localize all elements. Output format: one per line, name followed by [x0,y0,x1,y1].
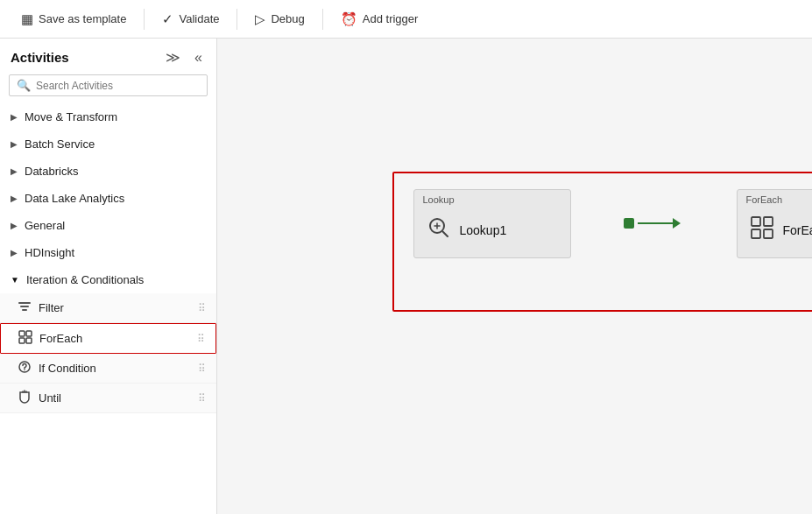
toolbar: ▦ Save as template ✓ Validate ▷ Debug ⏰ … [0,0,812,39]
add-trigger-label: Add trigger [363,12,419,25]
chevron-icon: ▶ [11,194,18,203]
debug-button[interactable]: ▷ Debug [244,6,314,32]
sidebar-item-label: Batch Service [25,137,95,151]
foreach-label: ForEach [39,332,82,345]
sidebar-item-label: HDInsight [25,246,74,259]
svg-point-8 [24,370,25,370]
svg-rect-10 [752,217,760,226]
chevron-down-icon: ▼ [11,275,19,285]
svg-rect-2 [22,309,27,311]
validate-icon: ✓ [162,11,173,27]
drag-handle: ⠿ [197,333,205,345]
nodes-container: Lookup Lookup1 [392,172,813,276]
foreach-node[interactable]: ForEach ForEach1 [737,189,813,258]
foreach-node-name: ForEach1 [783,223,813,237]
foreach-node-type: ForEach [738,190,813,207]
chevron-icon: ▶ [11,139,18,149]
sidebar-item-iteration[interactable]: ▼ Iteration & Conditionals [0,266,216,293]
sidebar: Activities ≫ « 🔍 ▶ Move & Transform ▶ Ba… [0,39,217,514]
sidebar-title: Activities [11,50,69,65]
svg-rect-1 [20,306,29,307]
until-icon [18,390,32,406]
add-trigger-icon: ⏰ [341,11,357,27]
foreach-node-body: ForEach1 [738,207,813,257]
lookup-node-body: Lookup1 [414,207,570,257]
sidebar-item-label: Move & Transform [25,110,117,123]
save-template-label: Save as template [39,12,126,25]
drag-handle: ⠿ [198,302,206,314]
sidebar-controls: ≫ « [162,47,206,67]
search-input[interactable] [36,80,200,92]
search-box: 🔍 [9,74,208,96]
svg-rect-11 [764,217,773,226]
pipeline-area: Lookup Lookup1 [392,172,813,276]
sidebar-item-label: Data Lake Analytics [25,192,124,205]
chevron-icon: ▶ [11,221,18,230]
search-icon: 🔍 [17,79,31,92]
svg-rect-12 [752,229,760,238]
svg-rect-4 [26,331,32,336]
drag-handle: ⠿ [198,392,206,405]
sidebar-item-batch-service[interactable]: ▶ Batch Service [0,130,216,158]
sidebar-subitem-until[interactable]: Until ⠿ [0,384,216,413]
validate-button[interactable]: ✓ Validate [152,6,229,32]
sidebar-item-hdinsight[interactable]: ▶ HDInsight [0,239,216,266]
svg-rect-13 [764,229,773,238]
main-layout: Activities ≫ « 🔍 ▶ Move & Transform ▶ Ba… [0,39,812,514]
lookup-node-icon [427,215,451,245]
ifcondition-label: If Condition [39,362,96,375]
debug-label: Debug [271,12,304,25]
sub-items-iteration: Filter ⠿ ForEach ⠿ [0,293,216,413]
until-label: Until [39,391,61,405]
arrow-line [638,222,673,224]
debug-icon: ▷ [255,11,265,27]
collapse-sidebar-button[interactable]: « [191,47,206,67]
validate-label: Validate [179,12,219,25]
ifcondition-icon [18,360,32,377]
lookup-node-type: Lookup [414,190,570,207]
sidebar-item-databricks[interactable]: ▶ Databricks [0,158,216,185]
chevron-icon: ▶ [11,112,18,122]
svg-rect-0 [18,302,31,304]
toolbar-separator-1 [144,9,145,30]
svg-rect-3 [19,331,25,336]
lookup-node-name: Lookup1 [460,223,507,237]
chevron-icon: ▶ [11,166,18,176]
node-connection [624,218,684,229]
filter-label: Filter [39,301,64,314]
toolbar-separator-2 [237,9,237,30]
toolbar-separator-3 [322,9,323,30]
sidebar-subitem-ifcondition[interactable]: If Condition ⠿ [0,354,216,384]
svg-rect-5 [19,338,25,343]
sidebar-item-label: Iteration & Conditionals [26,273,144,286]
conn-source-dot [624,218,634,229]
sidebar-subitem-filter[interactable]: Filter ⠿ [0,293,216,323]
save-template-button[interactable]: ▦ Save as template [11,6,137,32]
pipeline-canvas[interactable]: Lookup Lookup1 [217,39,812,514]
lookup-node[interactable]: Lookup Lookup1 [413,189,571,258]
foreach-node-icon [750,215,774,245]
arrow-head [673,218,681,229]
sidebar-subitem-foreach[interactable]: ForEach ⠿ [0,323,216,354]
sidebar-header: Activities ≫ « [0,39,216,74]
sidebar-item-move-transform[interactable]: ▶ Move & Transform [0,103,216,130]
sidebar-item-data-lake[interactable]: ▶ Data Lake Analytics [0,185,216,212]
sidebar-item-general[interactable]: ▶ General [0,212,216,239]
sidebar-item-label: General [25,219,65,232]
add-trigger-button[interactable]: ⏰ Add trigger [330,6,429,32]
filter-icon [18,299,32,316]
drag-handle: ⠿ [198,363,206,375]
chevron-icon: ▶ [11,248,18,257]
conn-arrow [638,218,681,229]
sidebar-item-label: Databricks [25,165,78,178]
svg-rect-6 [26,338,32,343]
foreach-icon [18,330,32,347]
collapse-all-button[interactable]: ≫ [162,47,184,67]
save-template-icon: ▦ [21,11,33,27]
